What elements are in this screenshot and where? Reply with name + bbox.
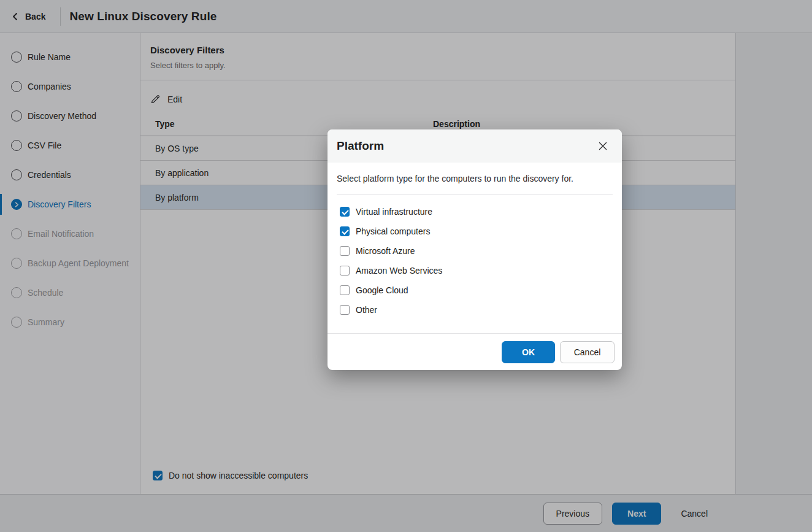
platform-option-label: Google Cloud	[356, 285, 408, 295]
platform-option-label: Microsoft Azure	[356, 246, 415, 256]
platform-option-checkbox[interactable]	[340, 285, 350, 295]
platform-dialog-body: Select platform type for the computers t…	[327, 163, 622, 333]
platform-option-checkbox[interactable]	[340, 207, 350, 217]
new-linux-discovery-rule-wizard: Back New Linux Discovery Rule Rule Name …	[0, 0, 812, 532]
platform-option-checkbox[interactable]	[340, 305, 350, 315]
modal-cancel-button[interactable]: Cancel	[560, 341, 615, 363]
platform-option-label: Virtual infrastructure	[356, 207, 432, 217]
platform-dialog-footer: OK Cancel	[327, 333, 622, 370]
platform-option[interactable]: Microsoft Azure	[340, 241, 610, 261]
platform-option-checkbox[interactable]	[340, 246, 350, 256]
platform-option-label: Physical computers	[356, 226, 430, 236]
platform-dialog-description: Select platform type for the computers t…	[337, 172, 613, 195]
platform-option[interactable]: Amazon Web Services	[340, 261, 610, 280]
close-icon[interactable]	[597, 141, 608, 152]
platform-option-label: Amazon Web Services	[356, 266, 442, 276]
platform-option[interactable]: Other	[340, 300, 610, 320]
platform-dialog-title: Platform	[337, 139, 384, 153]
platform-option-checkbox[interactable]	[340, 266, 350, 276]
platform-option[interactable]: Google Cloud	[340, 280, 610, 300]
platform-option-label: Other	[356, 305, 377, 315]
platform-dialog: Platform Select platform type for the co…	[327, 129, 622, 370]
platform-option[interactable]: Virtual infrastructure	[340, 202, 610, 222]
platform-option[interactable]: Physical computers	[340, 222, 610, 241]
platform-options-list: Virtual infrastructure Physical computer…	[337, 195, 613, 333]
platform-option-checkbox[interactable]	[340, 226, 350, 236]
ok-button[interactable]: OK	[502, 341, 555, 363]
platform-dialog-header: Platform	[327, 129, 622, 163]
